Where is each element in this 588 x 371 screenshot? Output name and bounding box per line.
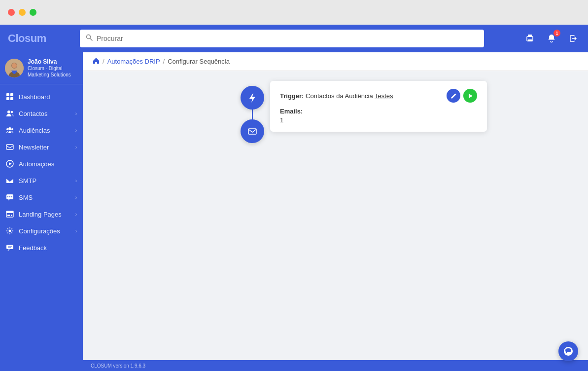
sidebar-item-label: Contactos	[19, 110, 48, 117]
chevron-right-icon: ›	[75, 145, 77, 150]
sidebar-nav: Dashboard Contactos ›	[0, 84, 83, 371]
svg-rect-11	[10, 93, 13, 96]
svg-rect-13	[10, 97, 13, 100]
play-button[interactable]	[463, 89, 477, 103]
sidebar-item-newsletter[interactable]: Newsletter ›	[0, 139, 83, 155]
svg-rect-29	[7, 215, 10, 216]
chevron-right-icon: ›	[75, 178, 77, 184]
smtp-icon	[6, 177, 14, 185]
sidebar-item-smtp[interactable]: SMTP ›	[0, 172, 83, 189]
svg-point-31	[9, 230, 11, 232]
svg-point-14	[7, 111, 10, 113]
notification-button[interactable]: 1	[545, 32, 558, 45]
sidebar-item-automacoes[interactable]: Automações	[0, 155, 83, 172]
audiences-icon	[6, 126, 14, 134]
sidebar-item-label: Feedback	[19, 244, 47, 252]
chat-bubble[interactable]	[558, 341, 578, 361]
flow-area	[241, 86, 264, 143]
user-info: João Silva Closum - Digital Marketing So…	[28, 58, 78, 78]
svg-rect-10	[6, 93, 9, 96]
svg-point-17	[6, 128, 8, 130]
card-actions	[447, 89, 477, 103]
main-layout: João Silva Closum - Digital Marketing So…	[0, 52, 588, 371]
svg-marker-21	[9, 162, 12, 165]
trigger-card-header: Trigger: Contactos da Audiência Testes	[280, 89, 477, 103]
trigger-underline-text: Testes	[375, 92, 393, 100]
search-icon	[86, 34, 93, 43]
trigger-card: Trigger: Contactos da Audiência Testes	[270, 81, 487, 132]
gear-icon	[6, 227, 14, 235]
sms-icon	[6, 193, 14, 201]
svg-point-16	[8, 127, 11, 130]
emails-label: Emails:	[280, 108, 477, 115]
svg-point-15	[11, 111, 13, 113]
trigger-prefix: Trigger:	[280, 92, 304, 100]
trigger-card-body: Emails: 1	[280, 108, 477, 124]
svg-rect-28	[6, 211, 13, 213]
chevron-right-icon: ›	[75, 212, 77, 217]
dashboard-icon	[6, 93, 14, 101]
breadcrumb: / Automações DRIP / Configurar Sequência	[83, 52, 588, 71]
svg-point-18	[11, 128, 13, 130]
sidebar-item-label: Landing Pages	[19, 211, 62, 218]
contacts-icon	[6, 110, 14, 117]
sidebar-item-label: SMTP	[19, 177, 36, 185]
svg-rect-19	[6, 145, 13, 149]
footer-text: CLOSUM version 1.9.6.3	[91, 363, 145, 369]
svg-rect-24	[7, 196, 8, 197]
logo: Closum	[8, 32, 72, 45]
trigger-node[interactable]	[241, 86, 264, 110]
chevron-right-icon: ›	[75, 111, 77, 116]
svg-marker-37	[469, 94, 473, 98]
svg-rect-4	[528, 39, 532, 41]
sidebar-item-label: Configurações	[19, 227, 60, 235]
sidebar-item-feedback[interactable]: Feedback	[0, 239, 83, 256]
chevron-right-icon: ›	[75, 195, 77, 200]
minimize-dot[interactable]	[19, 9, 26, 16]
svg-marker-35	[249, 93, 255, 103]
canvas: Trigger: Contactos da Audiência Testes	[83, 71, 588, 360]
search-input[interactable]	[97, 35, 478, 42]
trigger-text-value: Contactos da Audiência	[306, 92, 373, 100]
svg-rect-26	[11, 196, 12, 197]
search-bar[interactable]	[80, 30, 484, 47]
user-profile: João Silva Closum - Digital Marketing So…	[0, 52, 83, 84]
nav-icons: 1	[523, 32, 580, 45]
user-name: João Silva	[28, 58, 78, 65]
home-icon[interactable]	[93, 57, 100, 66]
breadcrumb-current: Configurar Sequência	[168, 58, 230, 65]
print-button[interactable]	[523, 32, 537, 45]
svg-rect-30	[11, 215, 12, 216]
logout-button[interactable]	[566, 32, 580, 45]
chevron-right-icon: ›	[75, 228, 77, 234]
svg-rect-25	[9, 196, 10, 197]
sidebar-item-label: Audiências	[19, 127, 50, 134]
sidebar-item-sms[interactable]: SMS ›	[0, 189, 83, 206]
svg-rect-36	[248, 129, 256, 134]
breadcrumb-link-automacoes[interactable]: Automações DRIP	[107, 58, 160, 65]
svg-point-5	[531, 37, 532, 38]
sidebar: João Silva Closum - Digital Marketing So…	[0, 52, 83, 371]
sidebar-item-audiencias[interactable]: Audiências ›	[0, 122, 83, 139]
sidebar-item-configuracoes[interactable]: Configurações ›	[0, 223, 83, 239]
sidebar-item-contactos[interactable]: Contactos ›	[0, 105, 83, 122]
landing-pages-icon	[6, 210, 14, 218]
content: / Automações DRIP / Configurar Sequência	[83, 52, 588, 371]
sidebar-item-landing-pages[interactable]: Landing Pages ›	[0, 206, 83, 223]
breadcrumb-sep-1: /	[103, 58, 104, 65]
close-dot[interactable]	[8, 9, 15, 16]
email-node[interactable]	[241, 119, 264, 143]
svg-point-9	[12, 63, 17, 68]
sidebar-item-label: Newsletter	[19, 144, 49, 151]
maximize-dot[interactable]	[30, 9, 36, 16]
emails-value: 1	[280, 116, 477, 124]
avatar	[5, 59, 24, 77]
trigger-label: Trigger: Contactos da Audiência Testes	[280, 92, 393, 100]
edit-button[interactable]	[447, 89, 460, 103]
chevron-right-icon: ›	[75, 128, 77, 133]
top-nav: Closum 1	[0, 25, 588, 52]
svg-line-1	[90, 38, 93, 41]
svg-rect-12	[6, 97, 9, 100]
sidebar-item-label: Automações	[19, 160, 54, 168]
sidebar-item-dashboard[interactable]: Dashboard	[0, 88, 83, 105]
